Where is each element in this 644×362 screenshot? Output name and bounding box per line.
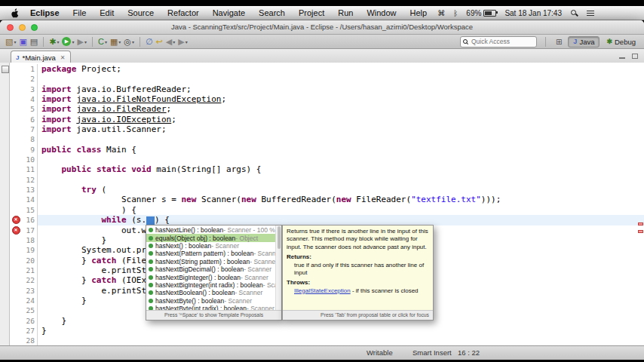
perspective-java[interactable]: JJava <box>568 36 600 48</box>
completion-item[interactable]: hasNext(String pattern) : boolean - Scan… <box>146 258 281 265</box>
overview-error-mark[interactable] <box>638 222 643 225</box>
dropdown-caret-icon[interactable]: ▾ <box>173 39 175 44</box>
dropdown-caret-icon[interactable]: ▾ <box>118 39 121 44</box>
menu-file[interactable]: File <box>66 8 94 17</box>
completion-item[interactable]: hasNextByte() : boolean - Scanner <box>146 297 281 305</box>
code-text[interactable]: import java.io.FileNotFoundException; <box>38 94 644 104</box>
close-window-button[interactable] <box>7 24 14 31</box>
completion-detail: - Scanner <box>241 274 268 281</box>
restore-view-icon[interactable] <box>2 66 9 73</box>
apple-menu[interactable] <box>6 8 23 18</box>
completion-item[interactable]: hasNext(Pattern pattern) : boolean - Sca… <box>146 250 281 257</box>
perspective-debug[interactable]: ✱Debug <box>602 37 640 47</box>
completion-item[interactable]: hasNextByte(int radix) : boolean - Scann… <box>146 305 281 310</box>
code-text[interactable]: public class Main { <box>38 145 644 155</box>
keyboard-layout-icon[interactable]: ⌘ <box>437 9 445 17</box>
menu-source[interactable]: Source <box>121 8 161 17</box>
skip-breakpoints-glyph: ∅ <box>146 36 153 47</box>
battery-indicator[interactable]: 69% <box>466 9 496 17</box>
menu-navigate[interactable]: Navigate <box>206 8 252 17</box>
completion-scrollbar[interactable] <box>275 225 281 310</box>
print-icon[interactable]: ▤ <box>29 35 39 48</box>
notification-center-icon[interactable] <box>587 11 594 16</box>
last-edit-location-icon[interactable]: ↩ <box>155 35 164 48</box>
dropdown-caret-icon[interactable]: ▾ <box>186 39 188 44</box>
menubar-clock[interactable]: Sat 18 Jan 17:43 <box>504 9 562 17</box>
completion-item[interactable]: hasNextLine() : boolean - Scanner - 100 … <box>146 226 281 234</box>
forward-icon[interactable]: ▶▾ <box>176 35 189 48</box>
scrollbar-thumb[interactable] <box>278 226 281 249</box>
code-text[interactable]: ) { <box>38 205 644 215</box>
open-perspective-icon[interactable]: ⊞ <box>554 38 563 46</box>
completion-label: hasNextByte(int radix) : boolean <box>155 305 247 310</box>
close-tab-icon[interactable]: ✕ <box>60 54 66 61</box>
menu-eclipse[interactable]: Eclipse <box>23 8 66 17</box>
code-text[interactable]: import java.util.Scanner; <box>38 124 644 134</box>
error-icon[interactable]: ✕ <box>12 226 20 235</box>
spotlight-icon[interactable] <box>570 9 578 17</box>
code-line: ✕16 while (s. ) { <box>10 215 644 225</box>
menu-run[interactable]: Run <box>331 8 360 17</box>
maximize-view-icon[interactable] <box>632 54 638 59</box>
new-java-project-icon[interactable]: ▦▾ <box>109 35 122 48</box>
menu-window[interactable]: Window <box>360 8 403 17</box>
debug-icon[interactable]: ✱▾ <box>48 35 60 48</box>
completion-item[interactable]: hasNextBigDecimal() : boolean - Scanner <box>146 265 281 273</box>
new-wizard-icon[interactable]: ▧▾ <box>4 35 17 48</box>
code-text[interactable] <box>38 155 644 164</box>
dropdown-caret-icon[interactable]: ▾ <box>14 39 16 44</box>
run-icon[interactable]: ▶▾ <box>60 35 75 48</box>
code-text[interactable]: package Project; <box>38 64 644 74</box>
dropdown-caret-icon[interactable]: ▾ <box>105 39 107 44</box>
code-text[interactable] <box>38 336 644 345</box>
bluetooth-icon[interactable]: ᛒ <box>453 9 458 17</box>
new-java-class-icon[interactable]: C▾ <box>97 35 109 48</box>
minimize-window-button[interactable] <box>19 24 26 31</box>
code-text[interactable] <box>38 134 644 144</box>
completion-item[interactable]: equals(Object obj) : boolean - Object <box>146 234 281 241</box>
search-icon[interactable]: ◎▾ <box>122 35 136 48</box>
line-number: 17 <box>22 225 38 235</box>
code-text[interactable]: import java.io.BufferedReader; <box>38 84 644 94</box>
menu-search[interactable]: Search <box>252 8 292 17</box>
external-tools-icon[interactable]: ▶▾ <box>75 35 87 48</box>
code-text[interactable]: import java.io.IOException; <box>38 115 644 124</box>
code-text[interactable]: } <box>38 326 644 336</box>
code-text[interactable]: while (s. ) { <box>38 215 644 225</box>
code-text[interactable]: import java.io.FileReader; <box>38 104 644 114</box>
javadoc-footer: Press 'Tab' from proposal table or click… <box>283 310 433 320</box>
menu-project[interactable]: Project <box>292 8 331 17</box>
completion-item[interactable]: hasNextBigInteger() : boolean - Scanner <box>146 273 281 281</box>
dropdown-caret-icon[interactable]: ▾ <box>57 39 59 44</box>
code-token: try <box>81 185 97 195</box>
quick-access-input[interactable] <box>460 36 537 48</box>
error-icon[interactable]: ✕ <box>12 216 20 224</box>
menu-edit[interactable]: Edit <box>93 8 121 17</box>
completion-item[interactable]: hasNext() : boolean - Scanner <box>146 242 281 250</box>
dropdown-caret-icon[interactable]: ▾ <box>84 39 87 44</box>
menu-help[interactable]: Help <box>403 8 434 17</box>
code-text[interactable] <box>38 74 644 84</box>
save-icon[interactable]: ▣ <box>17 35 28 48</box>
code-line: 3import java.io.BufferedReader; <box>10 84 644 94</box>
minimize-view-icon[interactable] <box>619 57 625 59</box>
code-line: 9public class Main { <box>10 145 644 155</box>
insert-mode-status[interactable]: Smart Insert <box>412 346 452 360</box>
code-text[interactable]: try ( <box>38 185 644 195</box>
zoom-window-button[interactable] <box>31 24 38 31</box>
code-text[interactable]: Scanner s = new Scanner(new BufferedRead… <box>38 195 644 204</box>
line-number: 25 <box>22 305 38 315</box>
code-text[interactable] <box>38 175 644 185</box>
back-icon[interactable]: ◀▾ <box>164 35 176 48</box>
window-titlebar[interactable]: Java - ScanningText/src/Project/Main.jav… <box>0 20 644 35</box>
dropdown-caret-icon[interactable]: ▾ <box>72 39 74 44</box>
code-text[interactable]: public static void main(String[] args) { <box>38 164 644 174</box>
menu-refactor[interactable]: Refactor <box>161 8 206 17</box>
completion-item[interactable]: hasNextBigInteger(int radix) : boolean -… <box>146 281 281 289</box>
skip-breakpoints-icon[interactable]: ∅ <box>144 35 155 48</box>
completion-item[interactable]: hasNextBoolean() : boolean - Scanner <box>146 289 281 296</box>
menubar-status: ⌘ ᛒ 69% Sat 18 Jan 17:43 <box>437 9 638 17</box>
dropdown-caret-icon[interactable]: ▾ <box>132 39 134 44</box>
throws-exception-link[interactable]: IllegalStateException <box>294 287 351 294</box>
overview-error-mark[interactable] <box>638 230 643 233</box>
